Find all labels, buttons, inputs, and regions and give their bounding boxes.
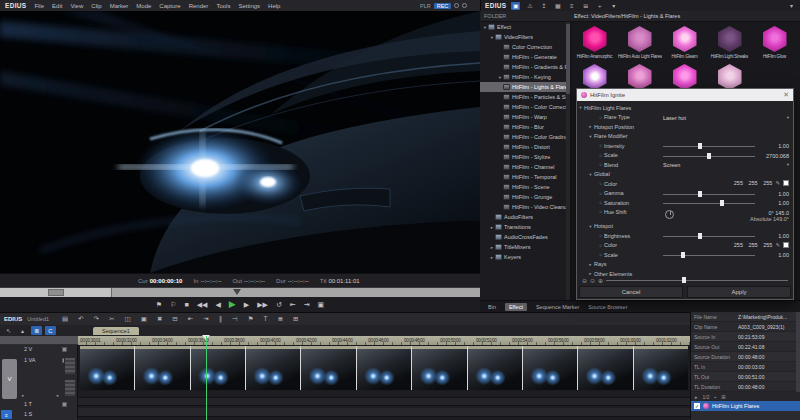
tree-item[interactable]: HitFilm - Distort — [480, 142, 566, 152]
track-label[interactable]: 1 S — [24, 411, 32, 417]
track-expand-icon[interactable]: ▸ — [22, 393, 24, 398]
sequence-tab[interactable]: Sequence1 — [93, 327, 139, 335]
set-out-icon[interactable]: ⇥ — [203, 316, 208, 323]
param-row[interactable]: ▸ Hotspot Position ▾ ✎ — [577, 122, 793, 132]
delete-icon[interactable]: ✖ — [157, 316, 162, 323]
page-indicator[interactable]: 1/2 — [703, 394, 710, 400]
menu-item[interactable]: File — [34, 3, 44, 9]
param-row[interactable]: ○ Flare Type Laser hot▾ Laser hot✎ Laser… — [577, 113, 793, 123]
eyedropper-icon[interactable]: ✎ — [775, 180, 780, 186]
preview-monitor[interactable] — [0, 11, 480, 273]
param-expander-icon[interactable]: ○ — [597, 200, 604, 205]
timeline-clip[interactable] — [523, 346, 577, 390]
param-row[interactable]: ○ Gamma 1.00▾ 1.00✎ 1.00 — [577, 189, 793, 199]
menu-item[interactable]: Render — [189, 3, 209, 9]
slider-thumb[interactable] — [681, 252, 685, 258]
zoom-slider[interactable] — [606, 280, 788, 281]
zoom-out-icon[interactable]: ⊖ — [582, 277, 587, 284]
alert-icon[interactable]: ⚠ — [525, 2, 534, 10]
param-expander-icon[interactable]: ▾ — [577, 105, 584, 110]
view-thumbnails-icon[interactable]: ▦ — [553, 2, 562, 10]
param-row[interactable]: ○ Color 255 255 255▾ 255 255 255✎ 255 25… — [577, 179, 793, 189]
param-expander-icon[interactable]: ▾ — [587, 224, 594, 229]
title-track[interactable] — [78, 397, 690, 406]
tree-item[interactable]: HitFilm - Channel — [480, 162, 566, 172]
param-expander-icon[interactable]: ○ — [597, 252, 604, 257]
param-expander-icon[interactable]: ○ — [597, 209, 604, 214]
dock-icon[interactable]: ▾ — [787, 2, 796, 10]
tree-item[interactable]: ▸ Keyers — [480, 252, 566, 262]
track-mute-button[interactable] — [62, 402, 67, 407]
param-row[interactable]: ○ Scale 2700.068▾ 2700.068✎ 2700.068 — [577, 151, 793, 161]
effect-thumbnail[interactable]: HitFilm Auto Light Flares — [617, 26, 662, 64]
param-slider[interactable] — [663, 156, 755, 157]
menu-item[interactable]: Settings — [238, 3, 260, 9]
param-row[interactable]: ▾ Flare Modifier ▾ ✎ — [577, 132, 793, 142]
new-folder-icon[interactable]: ▣ — [511, 2, 520, 10]
timeline-clip[interactable] — [578, 346, 632, 390]
dialog-titlebar[interactable]: HitFilm Ignite ✕ — [577, 89, 793, 101]
param-expander-icon[interactable]: ○ — [597, 153, 604, 158]
timeline-clip[interactable] — [191, 346, 245, 390]
param-slider[interactable] — [663, 194, 755, 195]
menu-item[interactable]: Edit — [52, 3, 62, 9]
tree-item[interactable]: HitFilm - Lights & Flares — [480, 82, 566, 92]
param-row[interactable]: ○ Saturation 1.00▾ 1.00✎ 1.00 — [577, 198, 793, 208]
tree-item[interactable]: HitFilm - Blur — [480, 122, 566, 132]
track-drag-handle[interactable] — [64, 379, 76, 397]
effect-thumbnail[interactable]: HitFilm Light Streaks — [707, 26, 752, 64]
insert-mode-icon[interactable]: ≣ — [31, 326, 42, 335]
tree-item[interactable]: HitFilm - Temporal — [480, 172, 566, 182]
track-collapse-icon[interactable]: ◂ — [56, 393, 58, 398]
param-row[interactable]: ○ Scale 1.00▾ 1.00✎ 1.00 — [577, 250, 793, 260]
effect-enabled-checkbox[interactable]: ✓ — [694, 403, 700, 409]
timeline-titlebar[interactable]: EDIUS Untitled1 ▤ ↶ ↷ ✂ ◫ ▣ ✖ ⊟ — [0, 313, 690, 325]
trim-icon[interactable]: ⊣ — [232, 316, 238, 323]
param-expander-icon[interactable]: ○ — [597, 191, 604, 196]
tree-item[interactable]: ▸ Transitions — [480, 222, 566, 232]
overwrite-mode-icon[interactable]: C — [45, 326, 56, 335]
param-dropdown[interactable]: Laser hot▾ — [663, 115, 789, 121]
plr-tab[interactable]: PLR — [420, 3, 431, 9]
param-color-control[interactable]: 255 255 255✎ — [734, 180, 789, 186]
marker-icon[interactable]: ⚑ — [248, 316, 254, 323]
param-expander-icon[interactable]: ○ — [597, 181, 604, 186]
tree-item[interactable]: HitFilm - Generate — [480, 52, 566, 62]
tree-item[interactable]: ▾ Effect — [480, 22, 566, 32]
track-label[interactable]: 2 V — [24, 346, 32, 352]
tree-item[interactable]: HitFilm - Stylize — [480, 152, 566, 162]
audio-track[interactable] — [78, 408, 690, 417]
scrubber-position-marker[interactable] — [233, 289, 241, 295]
param-expander-icon[interactable]: ▾ — [587, 172, 594, 177]
param-angle-dial[interactable] — [665, 210, 674, 219]
menu-item[interactable]: Tools — [216, 3, 230, 9]
timeline-clip[interactable] — [135, 346, 189, 390]
taskbar-icon[interactable]: ≡ — [1, 410, 12, 419]
audio-mixer-icon[interactable]: ≣ — [277, 316, 282, 323]
zoom-reset-icon[interactable]: ⊙ — [590, 277, 595, 284]
tree-item[interactable]: ▾ HitFilm - Keying — [480, 72, 566, 82]
param-row[interactable]: ▾ HitFilm Light Flares ▾ ✎ — [577, 103, 793, 113]
param-expander-icon[interactable]: ○ — [597, 115, 604, 120]
cut-icon[interactable]: ✂ — [109, 316, 114, 323]
param-row[interactable]: ▾ Hotspot ▾ ✎ — [577, 222, 793, 232]
panel-tab[interactable]: Sequence Marker — [536, 304, 579, 310]
scrubber-handle[interactable] — [48, 289, 64, 296]
detail-view-icon[interactable]: ▪ — [714, 394, 716, 400]
param-row[interactable]: ○ Intensity 1.00▾ 1.00✎ 1.00 — [577, 141, 793, 151]
menu-item[interactable]: Mode — [136, 3, 151, 9]
tree-item[interactable]: HitFilm - Color Grading — [480, 132, 566, 142]
eyedropper-icon[interactable]: ✎ — [775, 242, 780, 248]
playhead-line[interactable] — [206, 336, 207, 420]
timeline-clip[interactable] — [80, 346, 134, 390]
timeline-clip[interactable] — [246, 346, 300, 390]
param-expander-icon[interactable]: ▸ — [587, 262, 594, 267]
tree-item[interactable]: AudioCrossFades — [480, 232, 566, 242]
param-color-control[interactable]: 255 255 255✎ — [734, 242, 789, 248]
goto-in-icon[interactable]: ⇤ — [290, 301, 296, 308]
monitor-mode-icon[interactable] — [454, 3, 459, 8]
param-row[interactable]: ○ Brightness 1.00▾ 1.00✎ 1.00 — [577, 231, 793, 241]
play-icon[interactable]: ▶ — [229, 300, 236, 309]
param-expander-icon[interactable]: ▸ — [587, 124, 594, 129]
timeline-clip[interactable] — [357, 346, 411, 390]
